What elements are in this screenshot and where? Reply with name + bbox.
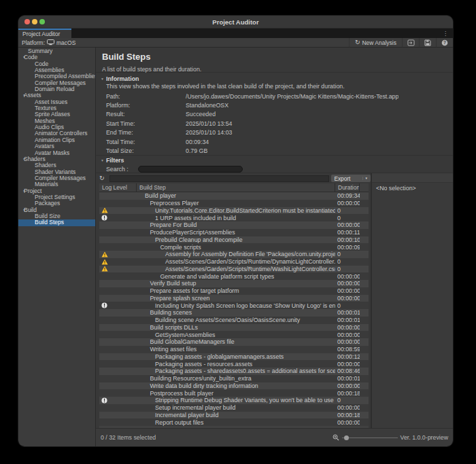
cell-build-step: ProducePlayerScriptAssemblies [137,229,335,236]
platform-value[interactable]: macOS [56,39,75,46]
cell-log-level [99,302,137,308]
warning-icon [101,251,108,257]
table-row[interactable]: Stripping Runtime Debug Shader Variants,… [99,397,369,404]
overflow-menu-button[interactable]: ⋮ [441,29,450,38]
cell-build-step: Prepare splash screen [137,295,335,302]
cell-build-step: Stripping Runtime Debug Shader Variants,… [137,397,335,404]
cell-build-step: Packaging assets - globalgamemanagers.as… [137,353,335,360]
cell-duration: 00:00:00 [335,287,360,294]
table-row[interactable]: Setup incremental player build00:00:00 [99,404,369,412]
zoom-slider-thumb[interactable] [344,435,349,440]
information-header[interactable]: ▼ Information [96,74,453,83]
table-row[interactable]: Building scenes00:00:01 [99,309,369,317]
cell-duration: 0 [335,258,360,265]
table-row[interactable]: GetSystemAssemblies00:00:00 [99,331,369,338]
table-row[interactable]: Assembly for Assembly Definition File 'P… [99,251,369,258]
table-row[interactable]: Write data build dirty tracking informat… [99,382,369,390]
foldout-arrow-icon[interactable]: ▼ [18,188,24,194]
cell-build-step: Writing asset files [137,346,335,353]
status-right: Ver. 1.0.0-preview [333,434,448,441]
cell-duration: 00:00:01 [335,317,360,323]
table-row[interactable]: Build GlobalGameManagers file00:00:00 [99,338,369,346]
foldout-arrow-icon[interactable]: ▼ [18,156,24,162]
sidebar-item-code[interactable]: ▼Code [18,54,95,60]
table-search-strip[interactable] [109,175,330,182]
table-row[interactable]: Building Resources/unity_builtin_extra00… [99,375,369,382]
cell-duration: 00:00:01 [335,375,360,382]
cell-build-step: Prepare For Build [137,221,335,228]
cell-build-step: Including Unity Splash Screen logo becau… [137,302,335,309]
cell-duration: 0 [335,397,360,404]
sidebar-item-animation-clips[interactable]: Animation Clips [18,137,95,143]
close-window-button[interactable] [24,19,30,24]
cell-duration: 00:08:46 [335,368,360,374]
sidebar-item-shaders[interactable]: ▼Shaders [18,156,95,162]
table-row[interactable]: Compile scripts00:00:09 [99,243,369,251]
foldout-arrow-icon[interactable]: ▼ [18,207,24,213]
table-refresh-button[interactable]: ↻ [99,175,109,181]
column-header-log-level[interactable]: Log Level [99,183,137,192]
monitor-icon [47,39,54,46]
info-field-label: Total Size: [106,147,186,154]
table-row[interactable]: Build scripts DLLs00:00:00 [99,324,369,332]
filters-header[interactable]: ▼ Filters [96,156,453,164]
page-title: Build Steps [102,52,447,62]
table-row[interactable]: Prepare assets for target platform00:00:… [99,287,369,295]
table-row[interactable]: ProducePlayerScriptAssemblies00:00:11 [99,229,369,236]
cell-duration: 00:00:00 [335,419,360,426]
table-row[interactable]: Packaging assets - sharedassets0.assets … [99,368,369,375]
load-report-button[interactable] [402,38,419,47]
help-button[interactable]: ? [436,38,453,47]
info-icon [101,397,107,404]
table-row[interactable]: Unity.Tutorials.Core.Editor.BuildStarted… [99,207,369,215]
foldout-arrow-icon[interactable]: ▼ [18,92,24,99]
table-row[interactable]: Prepare splash screen00:00:00 [99,295,369,302]
platform-label: Platform: [22,39,45,46]
table-row[interactable]: 1 URP assets included in build0 [99,214,369,221]
table-row[interactable]: Packaging assets - resources.assets00:00… [99,360,369,368]
search-input[interactable] [138,166,243,173]
tab-project-auditor[interactable]: Project Auditor [18,29,71,38]
table-row[interactable]: Report output files00:00:00 [99,418,369,426]
table-row[interactable]: Prepare For Build00:00:00 [99,221,369,229]
cell-duration: 00:00:00 [335,221,360,228]
table-row[interactable]: Assets/Scenes/Garden/Scripts/Runtime/Was… [99,266,369,273]
table-row[interactable]: Preprocess Player00:00:00 [99,200,369,207]
info-field-label: Result: [106,111,186,118]
sidebar-item-build-steps[interactable]: Build Steps [18,219,95,226]
sidebar-item-label: Build Steps [35,219,64,226]
main-panel: Build Steps A list of build steps and th… [96,48,453,446]
cell-duration: 00:00:12 [335,353,360,360]
cell-log-level [99,251,137,257]
cell-duration: 00:00:00 [335,338,360,345]
table-row[interactable]: Prebuild Cleanup and Recompile00:00:10 [99,236,369,244]
column-header-duration[interactable]: Duration [335,183,360,192]
sidebar-item-asset-issues[interactable]: Asset Issues [18,99,95,105]
new-analysis-button[interactable]: ↻ New Analysis [349,38,402,47]
cell-duration: 00:00:01 [335,309,360,316]
table-row[interactable]: Postprocess built player00:00:18 [99,389,369,397]
table-row[interactable]: Generate and validate platform script ty… [99,272,369,280]
cell-duration: 0 [335,251,360,257]
maximize-window-button[interactable] [39,19,45,24]
export-dropdown[interactable]: Export ▼ [331,175,371,182]
sidebar-item-sprite-atlases[interactable]: Sprite Atlases [18,111,95,118]
table-row[interactable]: Packaging assets - globalgamemanagers.as… [99,353,369,361]
table-row[interactable]: Including Unity Splash Screen logo becau… [99,302,369,309]
table-row[interactable]: Building scene Assets/Scenes/Oasis/Oasis… [99,317,369,324]
table-row[interactable]: Assets/Scenes/Garden/Scripts/Runtime/Dyn… [99,258,369,266]
cell-build-step: GetSystemAssemblies [137,332,335,338]
table-row[interactable]: Verify Build setup00:00:00 [99,280,369,287]
table-row[interactable]: Writing asset files00:08:59 [99,346,369,353]
column-header-build-step[interactable]: Build Step [137,183,335,192]
table-row[interactable]: Incremental player build00:00:18 [99,412,369,419]
save-report-button[interactable] [419,38,436,47]
zoom-slider[interactable] [342,435,398,440]
info-field-label: Path: [106,93,186,100]
foldout-arrow-icon: ▼ [101,158,106,162]
main-toolbar: Platform: macOS ↻ New Analysis [18,38,453,48]
foldout-arrow-icon[interactable]: ▼ [18,54,24,60]
table-row[interactable]: Build player00:09:34 [99,192,369,200]
filters-header-label: Filters [106,157,124,164]
minimize-window-button[interactable] [32,19,37,24]
